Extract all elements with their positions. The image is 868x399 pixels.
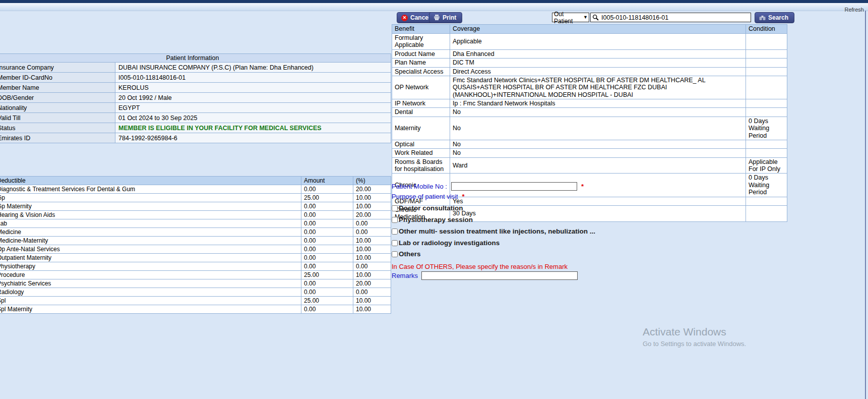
field-label: Emirates ID [0, 133, 115, 143]
benefit-row: MaternityNo0 Days Waiting Period [392, 117, 787, 140]
field-value: DUBAI INSURANCE COMPANY (P.S.C) (Plan Na… [115, 63, 391, 73]
field-label: Member Name [0, 83, 115, 93]
deductible-percent: 10.00 [353, 305, 391, 314]
patient-info-row: NationalityEGYPT [0, 103, 391, 113]
deductible-percent: 10.00 [353, 245, 391, 254]
search-binoculars-icon [759, 15, 766, 21]
search-field [590, 13, 751, 22]
purpose-checkbox[interactable] [392, 240, 398, 246]
remarks-input[interactable] [421, 271, 578, 280]
deductible-amount: 0.00 [301, 202, 353, 211]
benefit-condition [746, 49, 787, 58]
purpose-row: Purpose of patient visit * [392, 192, 704, 201]
deductible-row: Psychiatric Services0.0020.00 [0, 279, 391, 288]
benefit-coverage: No [450, 117, 746, 140]
patient-info-table: Patient Information Insurance CompanyDUB… [0, 53, 391, 143]
benefit-coverage: Applicable [450, 34, 746, 50]
benefit-name: Product Name [392, 49, 450, 58]
patient-info-header-row: Patient Information [0, 54, 391, 63]
deductible-amount: 0.00 [301, 305, 353, 314]
benefit-name: Formulary Applicable [392, 34, 450, 50]
benefit-row: Plan NameDIC TM [392, 59, 787, 67]
benefit-name: OP Network [392, 76, 450, 99]
benefit-condition: Applicable For IP Only [746, 157, 787, 174]
benefit-row: Product NameDha Enhanced [392, 49, 787, 58]
deductible-amount: 25.00 [301, 297, 353, 305]
field-label: Status [0, 123, 115, 133]
deductible-header-row: Deductible Amount (%) [0, 177, 391, 185]
purpose-checkbox-label: Lab or radiology investigations [399, 240, 500, 247]
cancel-x-icon: ✕ [401, 15, 408, 21]
deductible-name: Hearing & Vision Aids [0, 211, 301, 219]
benefit-name: Work Related [392, 149, 450, 157]
purpose-checkbox[interactable] [392, 205, 398, 211]
refresh-link[interactable]: Refresh [844, 7, 864, 13]
cancel-button-label: Cancel [410, 14, 430, 21]
deductible-amount: 0.00 [301, 288, 353, 297]
deductible-name: Psychiatric Services [0, 279, 301, 288]
patient-type-select[interactable]: Out Patient ▼ [552, 13, 589, 22]
deductible-name: Spl [0, 297, 301, 305]
deductible-name: Spl Maternity [0, 305, 301, 314]
benefit-condition [746, 99, 787, 108]
benefit-name: IP Network [392, 99, 450, 108]
benefit-row: Rooms & Boards for hospitalisationWardAp… [392, 157, 787, 174]
purpose-checkbox[interactable] [392, 251, 398, 257]
deductible-name: Gp Maternity [0, 202, 301, 211]
deductible-table: Deductible Amount (%) Diagnostic & Treat… [0, 176, 391, 314]
benefit-condition: 0 Days Waiting Period [746, 117, 787, 140]
deductible-row: Gp25.0010.00 [0, 194, 391, 202]
field-label: Valid Till [0, 113, 115, 123]
purpose-checkbox[interactable] [392, 217, 398, 223]
benefit-name: Dental [392, 108, 450, 117]
purpose-checkbox-row[interactable]: Other multi- session treatment like inje… [392, 228, 704, 236]
benefit-coverage: Ward [450, 157, 746, 174]
print-button[interactable]: Print [429, 12, 462, 23]
benefit-name: Maternity [392, 117, 450, 140]
purpose-checkbox-row[interactable]: Physiotherapy session [392, 216, 704, 224]
benefit-condition [746, 76, 787, 99]
deductible-row: Radiology0.000.00 [0, 288, 391, 297]
patient-mobile-input[interactable] [451, 182, 577, 191]
deductible-amount: 25.00 [301, 194, 353, 202]
deductible-amount: 0.00 [301, 245, 353, 254]
deductible-row: Hearing & Vision Aids0.0020.00 [0, 211, 391, 219]
field-label: Insurance Company [0, 63, 115, 73]
deductible-percent: 10.00 [353, 271, 391, 279]
deductible-row: Gp Maternity0.0010.00 [0, 202, 391, 211]
deductible-name: Op Ante-Natal Services [0, 245, 301, 254]
search-input[interactable] [600, 13, 751, 22]
purpose-checkbox-row[interactable]: Doctor consultation [392, 205, 704, 212]
field-value: EGYPT [115, 103, 391, 113]
search-button[interactable]: Search [755, 12, 794, 23]
field-value: 01 Oct 2024 to 30 Sep 2025 [115, 113, 391, 123]
deductible-row: Medicine0.000.00 [0, 228, 391, 237]
field-label: DOB/Gender [0, 93, 115, 103]
field-value: 20 Oct 1992 / Male [115, 93, 391, 103]
deductible-name: Diagnostic & Treatment Services For Dent… [0, 185, 301, 194]
purpose-checkbox-list: Doctor consultationPhysiotherapy session… [392, 205, 704, 258]
purpose-checkbox[interactable] [392, 229, 398, 235]
purpose-checkbox-row[interactable]: Lab or radiology investigations [392, 240, 704, 247]
deductible-name: Lab [0, 219, 301, 228]
deductible-percent: 10.00 [353, 237, 391, 245]
deductible-amount: 0.00 [301, 237, 353, 245]
patient-info-row: Emirates ID784-1992-9265984-6 [0, 133, 391, 143]
deductible-row: Physiotherapy0.000.00 [0, 262, 391, 271]
benefit-row: IP NetworkIp : Fmc Standard Network Hosp… [392, 99, 787, 108]
benefit-coverage: Ip : Fmc Standard Network Hospitals [450, 99, 746, 108]
benefit-row: OpticalNo [392, 140, 787, 148]
deductible-name: Medicine [0, 228, 301, 237]
patient-info-row: StatusMEMBER IS ELIGIBLE IN YOUR FACILIT… [0, 123, 391, 133]
deductible-percent: 0.00 [353, 262, 391, 271]
deductible-row: Diagnostic & Treatment Services For Dent… [0, 185, 391, 194]
deductible-amount: 0.00 [301, 219, 353, 228]
deductible-amount: 25.00 [301, 271, 353, 279]
deductible-name: Gp [0, 194, 301, 202]
patient-info-title: Patient Information [0, 54, 391, 63]
printer-icon [433, 15, 440, 21]
watermark-line1: Activate Windows [643, 326, 746, 338]
benefit-row: Work RelatedNo [392, 149, 787, 157]
amount-col-header: Amount [301, 177, 353, 185]
purpose-checkbox-row[interactable]: Others [392, 251, 704, 258]
